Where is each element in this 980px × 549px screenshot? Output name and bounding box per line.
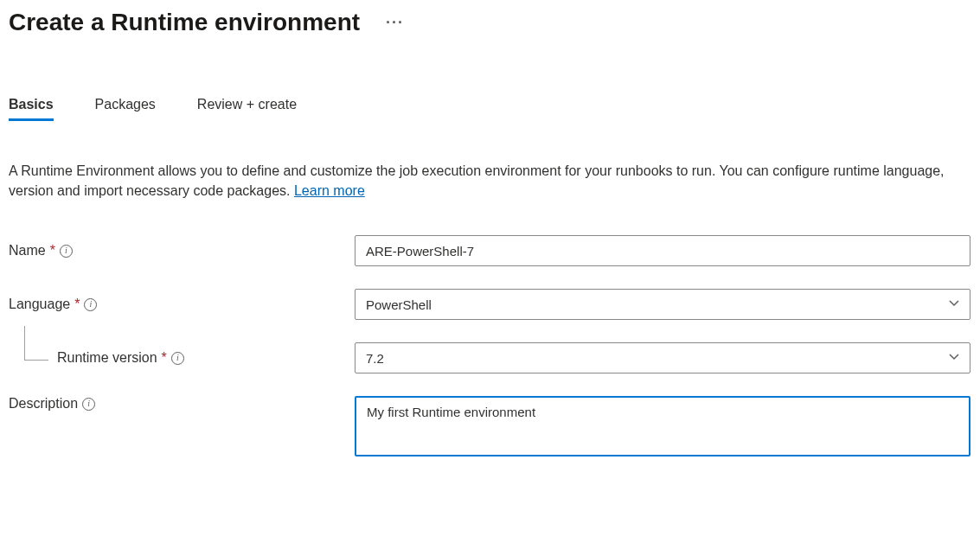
learn-more-link[interactable]: Learn more	[294, 183, 365, 198]
runtime-version-select[interactable]	[355, 342, 970, 373]
intro-description: A Runtime Environment allows you to defi…	[9, 163, 945, 198]
info-icon[interactable]: i	[84, 298, 97, 311]
info-icon[interactable]: i	[171, 352, 184, 365]
language-select[interactable]	[355, 289, 970, 320]
name-input[interactable]	[355, 235, 970, 266]
description-label: Description i	[9, 396, 355, 412]
required-indicator: *	[74, 297, 80, 312]
intro-text: A Runtime Environment allows you to defi…	[9, 161, 960, 201]
basics-form: Name * i Language * i Runtime version * …	[9, 235, 971, 456]
info-icon[interactable]: i	[60, 245, 73, 258]
description-label-text: Description	[9, 396, 78, 412]
tabs: Basics Packages Review + create	[9, 97, 971, 119]
required-indicator: *	[50, 243, 55, 259]
tab-packages[interactable]: Packages	[95, 97, 156, 119]
tab-basics[interactable]: Basics	[9, 97, 54, 119]
language-label: Language * i	[9, 297, 355, 312]
tree-connector	[24, 326, 48, 361]
description-textarea[interactable]: My first Runtime environment	[355, 396, 970, 456]
page-title: Create a Runtime environment	[9, 9, 360, 36]
name-label: Name * i	[9, 243, 355, 259]
language-label-text: Language	[9, 297, 70, 312]
runtime-version-label: Runtime version * i	[9, 350, 355, 366]
more-actions-icon[interactable]: ···	[386, 14, 404, 32]
tab-review-create[interactable]: Review + create	[197, 97, 297, 119]
name-label-text: Name	[9, 243, 46, 259]
required-indicator: *	[162, 350, 167, 366]
runtime-version-label-text: Runtime version	[57, 350, 157, 366]
info-icon[interactable]: i	[82, 398, 95, 411]
